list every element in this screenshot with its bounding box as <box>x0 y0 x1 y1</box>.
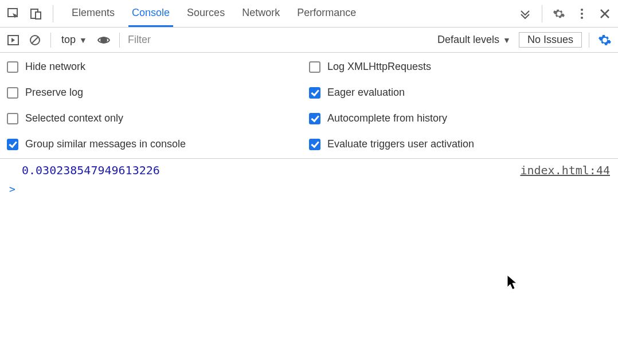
gear-icon[interactable] <box>549 4 569 24</box>
log-row: 0.030238547949613226 index.html:44 <box>8 163 610 177</box>
close-icon[interactable] <box>595 4 615 24</box>
divider <box>53 5 53 22</box>
clear-console-icon[interactable] <box>26 32 44 49</box>
tab-label: Sources <box>187 7 225 19</box>
checkbox[interactable] <box>7 113 18 124</box>
context-selector[interactable]: top ▼ <box>58 33 91 47</box>
checkbox[interactable] <box>309 139 320 150</box>
console-settings-panel: Hide network Preserve log Selected conte… <box>0 53 618 159</box>
console-output: 0.030238547949613226 index.html:44 > <box>0 159 618 199</box>
tab-label: Elements <box>72 7 115 19</box>
tab-label: Performance <box>297 7 356 19</box>
context-label: top <box>61 34 76 46</box>
opt-label: Preserve log <box>25 87 83 99</box>
more-tabs-icon[interactable] <box>515 4 535 24</box>
log-source-link[interactable]: index.html:44 <box>520 163 610 177</box>
settings-col-right: Log XMLHttpRequests Eager evaluation Aut… <box>309 61 611 150</box>
log-value: 0.030238547949613226 <box>22 163 160 177</box>
opt-autocomplete-history[interactable]: Autocomplete from history <box>309 112 611 124</box>
opt-eager-eval[interactable]: Eager evaluation <box>309 87 611 99</box>
opt-label: Hide network <box>25 61 85 73</box>
caret-down-icon: ▼ <box>503 36 511 45</box>
devtools-topbar: Elements Console Sources Network Perform… <box>0 0 618 28</box>
inspect-icon[interactable] <box>3 4 23 24</box>
checkbox[interactable] <box>7 139 18 150</box>
mouse-cursor-icon <box>507 275 518 291</box>
tabs: Elements Console Sources Network Perform… <box>68 0 359 27</box>
opt-hide-network[interactable]: Hide network <box>7 61 309 73</box>
issues-label: No Issues <box>527 34 573 45</box>
svg-point-5 <box>581 17 583 19</box>
tab-elements[interactable]: Elements <box>68 0 118 27</box>
opt-label: Autocomplete from history <box>327 112 447 124</box>
opt-label: Log XMLHttpRequests <box>327 61 431 73</box>
svg-point-3 <box>581 9 583 11</box>
opt-eval-user-activation[interactable]: Evaluate triggers user activation <box>309 138 611 150</box>
opt-label: Eager evaluation <box>327 87 405 99</box>
tab-label: Network <box>242 7 280 19</box>
opt-label: Selected context only <box>25 112 123 124</box>
settings-col-left: Hide network Preserve log Selected conte… <box>7 61 309 150</box>
opt-selected-context[interactable]: Selected context only <box>7 112 309 124</box>
divider <box>589 33 589 48</box>
divider <box>542 5 542 22</box>
svg-line-8 <box>32 37 38 44</box>
checkbox[interactable] <box>309 113 320 124</box>
svg-rect-2 <box>36 12 41 19</box>
issues-button[interactable]: No Issues <box>519 32 582 48</box>
tab-sources[interactable]: Sources <box>183 0 228 27</box>
live-expression-icon[interactable] <box>95 32 112 49</box>
sidebar-toggle-icon[interactable] <box>5 32 22 49</box>
tab-console[interactable]: Console <box>128 0 173 27</box>
opt-preserve-log[interactable]: Preserve log <box>7 87 309 99</box>
opt-log-xhr[interactable]: Log XMLHttpRequests <box>309 61 611 73</box>
device-toggle-icon[interactable] <box>26 4 46 24</box>
prompt-caret: > <box>9 183 15 195</box>
checkbox[interactable] <box>309 87 320 99</box>
filter-input[interactable] <box>127 32 259 48</box>
svg-point-4 <box>581 13 583 15</box>
tab-label: Console <box>132 7 170 19</box>
checkbox[interactable] <box>7 61 18 73</box>
tab-network[interactable]: Network <box>238 0 283 27</box>
checkbox[interactable] <box>309 61 320 73</box>
opt-label: Group similar messages in console <box>25 138 186 150</box>
console-prompt[interactable]: > <box>8 183 610 195</box>
caret-down-icon: ▼ <box>79 36 87 45</box>
console-toolbar: top ▼ Default levels ▼ No Issues <box>0 28 618 53</box>
levels-label: Default levels <box>437 34 499 46</box>
opt-label: Evaluate triggers user activation <box>327 138 474 150</box>
console-settings-gear-icon[interactable] <box>596 32 613 49</box>
checkbox[interactable] <box>7 87 18 99</box>
divider <box>119 33 120 48</box>
log-levels-selector[interactable]: Default levels ▼ <box>434 33 514 47</box>
opt-group-similar[interactable]: Group similar messages in console <box>7 138 309 150</box>
tab-performance[interactable]: Performance <box>294 0 359 27</box>
kebab-icon[interactable] <box>572 4 592 24</box>
divider <box>50 33 51 48</box>
